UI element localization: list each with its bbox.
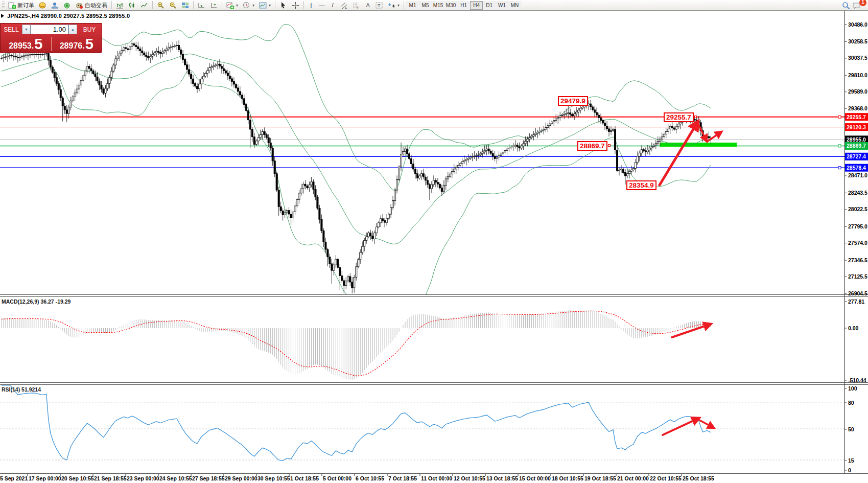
shapes-tool[interactable]: ▾ [386, 1, 402, 10]
timeframe-m30[interactable]: M30 [444, 1, 457, 10]
text-tool[interactable]: A [363, 1, 373, 10]
trendline-tool[interactable]: / [327, 1, 338, 10]
text-label-icon: T [376, 2, 383, 9]
svg-text:T: T [378, 3, 381, 8]
search-icon[interactable] [842, 2, 850, 9]
buy-button[interactable]: BUY [77, 24, 102, 35]
sell-button[interactable]: SELL [1, 24, 22, 35]
timeframe-h1[interactable]: H1 [457, 1, 470, 10]
toolbar-separator [222, 1, 222, 9]
date-label: 15 Oct 00:00 [519, 475, 551, 481]
svg-text:29810.0: 29810.0 [848, 72, 867, 78]
crosshair-button[interactable] [290, 1, 301, 10]
community-button[interactable] [49, 1, 61, 10]
candlestick-chart-icon [128, 2, 136, 9]
toolbar-separator [404, 1, 404, 9]
vertical-line-icon: | [311, 3, 312, 8]
svg-text:29589.0: 29589.0 [848, 88, 867, 95]
signals-button[interactable] [61, 1, 73, 10]
timeframe-h4[interactable]: H4 [470, 1, 483, 10]
horizontal-line-tool[interactable]: — [317, 1, 327, 10]
svg-text:29368.0: 29368.0 [848, 105, 867, 111]
chart-shift-button[interactable] [208, 1, 220, 10]
date-label: 18 Oct 10:55 [552, 475, 583, 481]
toolbar-separator [152, 1, 153, 9]
sell-price[interactable]: 28953.5 [1, 35, 51, 53]
tile-windows-icon [181, 2, 189, 9]
date-label: 6 Oct 10:55 [356, 475, 384, 481]
horizontal-line-icon: — [319, 3, 325, 8]
volume-decrease-button[interactable]: ▼ [22, 25, 31, 34]
date-label: 5 Oct 00:00 [323, 475, 351, 481]
autotrading-button[interactable]: 自动交易 [74, 1, 109, 10]
svg-text:29120.3: 29120.3 [847, 124, 866, 130]
indicators-button[interactable]: ▾ [224, 1, 240, 10]
zoom-in-button[interactable] [155, 1, 167, 10]
add-indicator-icon [226, 2, 234, 9]
label-tool[interactable]: T [373, 1, 385, 10]
equidistant-channel-icon: E [340, 2, 348, 9]
sell-price-pip: 5 [34, 37, 42, 52]
svg-text:27795.0: 27795.0 [848, 223, 867, 229]
timeframe-w1[interactable]: W1 [496, 1, 508, 10]
svg-text:28022.5: 28022.5 [848, 206, 867, 212]
zoom-out-icon [169, 2, 177, 9]
svg-text:28243.5: 28243.5 [848, 190, 867, 196]
svg-text:80: 80 [848, 400, 854, 406]
periods-button[interactable]: ▾ [241, 1, 256, 10]
price-annotation-29255.7[interactable]: 29255.7 [664, 112, 694, 122]
date-label: 7 Oct 18:55 [388, 475, 417, 481]
candle-chart-mode-button[interactable] [126, 1, 138, 10]
chart-shift-icon [210, 2, 218, 9]
dropdown-caret: ▾ [397, 3, 400, 8]
date-label: 13 Oct 18:55 [486, 475, 518, 481]
symbol-marker-icon [1, 14, 4, 18]
buy-price-pip: 5 [85, 37, 93, 52]
price-annotation-28354.9[interactable]: 28354.9 [626, 180, 656, 190]
svg-text:30037.5: 30037.5 [848, 55, 867, 61]
volume-input[interactable] [31, 25, 68, 34]
line-chart-mode-button[interactable] [138, 1, 150, 10]
timeframe-m1[interactable]: M1 [406, 1, 419, 10]
timeframe-d1[interactable]: D1 [483, 1, 496, 10]
date-label: 21 Sep 18:55 [94, 475, 127, 481]
timeframe-mn[interactable]: MN [508, 1, 521, 10]
auto-scroll-button[interactable] [196, 1, 207, 10]
volume-increase-button[interactable]: ▲ [68, 25, 77, 34]
buy-price[interactable]: 28976.5 [52, 35, 102, 53]
date-axis[interactable]: 5 Sep 202117 Sep 00:0020 Sep 10:5521 Sep… [0, 474, 714, 481]
templates-button[interactable]: ▾ [257, 1, 273, 10]
price-annotation-28869.7[interactable]: 28869.7 [577, 141, 607, 151]
autotrading-robot-icon [76, 2, 83, 9]
template-icon [259, 2, 267, 9]
community-person-icon [51, 2, 59, 9]
chart-canvas[interactable]: 30486.030258.530037.529810.029589.029368… [0, 0, 868, 483]
channel-tool[interactable]: E [338, 1, 350, 10]
new-order-button[interactable]: 新订单 [6, 1, 36, 10]
timeframe-m15[interactable]: M15 [432, 1, 444, 10]
fibonacci-tool[interactable]: F [350, 1, 362, 10]
new-order-icon [8, 2, 16, 9]
tile-windows-button[interactable] [179, 1, 191, 10]
vertical-line-tool[interactable]: | [306, 1, 316, 10]
svg-text:277.81: 277.81 [848, 298, 864, 305]
bar-chart-mode-button[interactable] [114, 1, 126, 10]
date-label: 5 Sep 2021 [0, 475, 28, 481]
auto-scroll-icon [198, 2, 205, 9]
timeframe-m5[interactable]: M5 [419, 1, 432, 10]
cursor-button[interactable] [277, 1, 289, 10]
zoom-out-button[interactable] [167, 1, 179, 10]
highlight-zone [660, 143, 737, 147]
date-label: 21 Oct 00:00 [617, 475, 649, 481]
svg-text:28578.4: 28578.4 [847, 165, 866, 171]
triangle-down-icon: ▼ [25, 28, 28, 31]
svg-text:0: 0 [848, 467, 851, 473]
svg-text:-510.44: -510.44 [848, 377, 866, 383]
triangle-up-icon: ▲ [71, 28, 75, 31]
svg-text:30258.5: 30258.5 [848, 38, 867, 44]
notifications-icon[interactable]: 1 [853, 2, 863, 9]
annotation-anchor-square [608, 144, 611, 147]
market-watch-button[interactable] [37, 1, 49, 10]
price-annotation-29479.9[interactable]: 29479.9 [558, 96, 588, 106]
gold-icon [39, 2, 46, 9]
